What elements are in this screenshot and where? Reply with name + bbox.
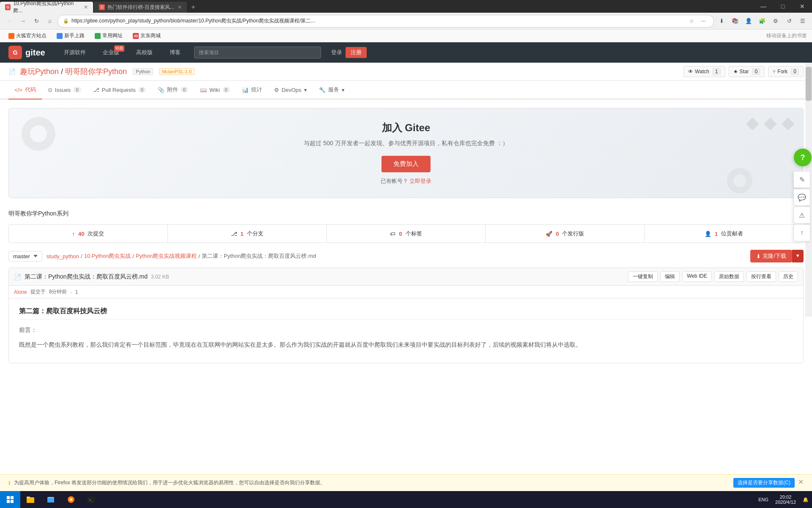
new-tab-button[interactable]: + [188, 2, 199, 13]
float-top-icon[interactable]: ↑ [793, 224, 810, 241]
float-help-button[interactable]: ? [793, 148, 812, 167]
bookmark-star-icon[interactable]: ☆ [686, 16, 697, 26]
copy-btn[interactable]: 一键复制 [628, 271, 658, 282]
tab-1-favicon: G [5, 4, 11, 10]
forward-button[interactable]: → [17, 15, 29, 27]
bookmark-common[interactable]: 常用网址 [91, 31, 126, 40]
stat-releases[interactable]: 🚀 0 个发行版 [486, 225, 645, 243]
raw-btn[interactable]: 原始数据 [714, 271, 744, 282]
nav-code[interactable]: </> 代码 [8, 81, 42, 99]
path-part-0[interactable]: study_python [47, 253, 79, 260]
scrollbar-thumb[interactable] [806, 67, 812, 101]
nav-pulls[interactable]: ⎇ Pull Requests 0 [87, 81, 152, 99]
home-button[interactable]: ⌂ [44, 15, 56, 27]
bookmark-firefox[interactable]: 火狐官方站点 [5, 31, 50, 40]
tab-1-close[interactable]: ✕ [84, 4, 88, 10]
more-options-icon[interactable]: ⋯ [698, 16, 708, 26]
tab-2-close[interactable]: ✕ [178, 4, 182, 10]
nav-stats[interactable]: 📊 统计 [236, 81, 268, 99]
edit-btn[interactable]: 编辑 [660, 271, 680, 282]
float-chat-icon[interactable]: 💬 [793, 189, 810, 206]
taskbar-notification-btn[interactable]: 🔔 [799, 491, 812, 508]
blame-btn[interactable]: 按行查看 [746, 271, 776, 282]
gitee-search-input[interactable] [194, 47, 321, 58]
close-button[interactable]: ✕ [793, 0, 812, 13]
taskbar-firefox-icon[interactable] [61, 491, 81, 508]
login-button[interactable]: 登录 [331, 49, 342, 56]
webide-btn[interactable]: Web IDE [682, 271, 712, 282]
fork-button[interactable]: ⑂ Fork 0 [768, 66, 804, 77]
repo-name-link[interactable]: 明哥陪你学Python [65, 67, 127, 76]
svg-rect-0 [7, 496, 10, 499]
stat-commits[interactable]: ↑ 40 次提交 [9, 225, 168, 243]
repo-description: 明哥教你学Python系列 [0, 207, 812, 224]
path-sep-1: / [132, 253, 134, 260]
nav-wiki[interactable]: 📖 Wiki 0 [194, 81, 236, 99]
mobile-bookmarks[interactable]: 移动设备上的书签 [766, 32, 807, 39]
stat-contributors[interactable]: 👤 1 位贡献者 [645, 225, 803, 243]
collections-icon[interactable]: 📚 [729, 15, 741, 27]
browser-menu-icon[interactable]: ☰ [797, 15, 809, 27]
tab-2[interactable]: 百 热门软件排行榜-百度搜索风... ✕ [94, 2, 187, 13]
bookmark-jd[interactable]: JD 京东商城 [129, 31, 164, 40]
svg-point-11 [70, 499, 72, 500]
join-free-button[interactable]: 免费加入 [381, 156, 431, 172]
nav-attachments[interactable]: 📎 附件 0 [152, 81, 194, 99]
stat-branches[interactable]: ⎇ 1 个分支 [168, 225, 327, 243]
notif-close-btn[interactable]: ✕ [798, 478, 804, 488]
sync-icon[interactable]: ↺ [783, 15, 795, 27]
account-icon[interactable]: 👤 [743, 15, 754, 27]
branch-selector[interactable]: master [8, 251, 42, 262]
taskbar-icons: >_ [20, 491, 102, 508]
tab-1[interactable]: G 10.Python爬虫实战/Python爬... ✕ [0, 2, 93, 13]
nav-enterprise[interactable]: 企业版 特惠 [99, 47, 123, 58]
back-button[interactable]: ← [3, 15, 15, 27]
clone-download-button[interactable]: ⬇ 克隆/下载 [750, 250, 792, 262]
taskbar-lang[interactable]: ENG [755, 491, 772, 508]
path-part-2[interactable]: Python爬虫实战视频课程 [136, 252, 197, 260]
float-warning-icon[interactable]: ⚠ [793, 207, 810, 224]
commit-count: 1 [75, 289, 78, 295]
stat-tags[interactable]: 🏷 0 个标签 [327, 225, 486, 243]
notif-share-btn[interactable]: 选择是否要分享数据(C) [733, 478, 795, 488]
address-bar[interactable]: 🔒 https://gitee.com/python_play/study_py… [58, 15, 714, 28]
banner-login-link[interactable]: 立即登录 [409, 178, 431, 184]
minimize-button[interactable]: — [754, 0, 773, 13]
nav-opensource[interactable]: 开源软件 [60, 47, 89, 58]
watch-button[interactable]: 👁 Watch 1 [683, 66, 725, 77]
refresh-button[interactable]: ↻ [30, 15, 42, 27]
nav-issues[interactable]: ⊙ Issues 0 [42, 81, 87, 99]
nav-blog[interactable]: 博客 [166, 47, 184, 58]
nav-university[interactable]: 高校版 [133, 47, 156, 58]
svg-rect-3 [11, 500, 14, 503]
extensions-icon[interactable]: 🧩 [756, 15, 768, 27]
repo-license-badge: MulanPSL-1.0 [159, 68, 195, 75]
repo-content: master study_python / 10.Python爬虫实战 / Py… [8, 250, 804, 363]
download-icon[interactable]: ⬇ [716, 15, 727, 27]
history-btn[interactable]: 历史 [779, 271, 798, 282]
taskbar-terminal-icon[interactable]: >_ [81, 491, 102, 508]
file-view-header: 📄 第二课：Python爬虫实战：爬取百度风云榜.md 3.02 KB 一键复制… [9, 268, 803, 286]
gitee-logo[interactable]: G gitee [8, 46, 45, 59]
star-button[interactable]: ★ Star 0 [729, 66, 765, 77]
nav-service[interactable]: 🔧 服务 ▾ [313, 81, 351, 99]
settings-icon[interactable]: ⚙ [770, 15, 782, 27]
nav-devops[interactable]: ⚙ DevOps ▾ [268, 81, 313, 99]
repo-name: 趣玩Python / 明哥陪你学Python [20, 66, 127, 77]
clone-dropdown-button[interactable]: ▾ [792, 250, 804, 262]
clone-icon: ⬇ [756, 253, 761, 260]
maximize-button[interactable]: □ [773, 0, 793, 13]
taskbar-clock[interactable]: 20:02 2020/4/12 [772, 491, 799, 508]
float-edit-icon[interactable]: ✎ [793, 171, 810, 188]
path-sep-0: / [81, 253, 82, 260]
path-part-1[interactable]: 10.Python爬虫实战 [84, 252, 131, 260]
bookmark-newuser[interactable]: 新手上路 [53, 31, 88, 40]
taskbar-folder2-icon[interactable] [41, 491, 61, 508]
repo-owner-link[interactable]: 趣玩Python [20, 67, 59, 76]
register-button[interactable]: 注册 [346, 47, 367, 58]
start-button[interactable] [0, 491, 20, 508]
file-view: 📄 第二课：Python爬虫实战：爬取百度风云榜.md 3.02 KB 一键复制… [8, 268, 804, 363]
commit-author-link[interactable]: Alone [14, 289, 27, 295]
title-bar: G 10.Python爬虫实战/Python爬... ✕ 百 热门软件排行榜-百… [0, 0, 812, 13]
taskbar-file-icon[interactable] [20, 491, 41, 508]
